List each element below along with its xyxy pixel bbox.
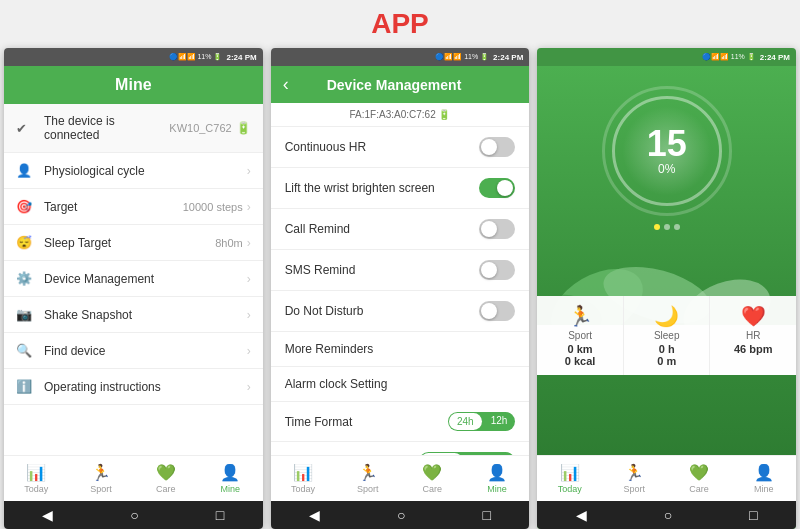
- nav-mine-2[interactable]: 👤 Mine: [465, 456, 530, 501]
- stats-row: 🏃 Sport 0 km 0 kcal 🌙 Sleep 0 h 0 m ❤️ H…: [537, 296, 796, 375]
- shake-label: Shake Snapshot: [44, 308, 247, 322]
- mine-icon-1: 👤: [220, 463, 240, 482]
- sms-remind-toggle[interactable]: [479, 260, 515, 280]
- physiological-cycle-item[interactable]: 👤 Physiological cycle ›: [4, 153, 263, 189]
- today-icon-1: 📊: [26, 463, 46, 482]
- mine-list: ✔ The device is connected KW10_C762 🔋 👤 …: [4, 104, 263, 455]
- call-remind-toggle[interactable]: [479, 219, 515, 239]
- connected-device: KW10_C762: [169, 122, 231, 134]
- nav-today-3[interactable]: 📊 Today: [537, 456, 602, 501]
- time-format-24h[interactable]: 24h: [449, 413, 482, 430]
- recent-btn-1[interactable]: □: [216, 507, 224, 523]
- connected-label: The device is connected: [44, 114, 169, 142]
- bottom-nav-1: 📊 Today 🏃 Sport 💚 Care 👤 Mine: [4, 455, 263, 501]
- back-btn-3[interactable]: ◀: [576, 507, 587, 523]
- sleep-target-label: Sleep Target: [44, 236, 215, 250]
- dot-3: [674, 224, 680, 230]
- back-btn-2[interactable]: ◀: [309, 507, 320, 523]
- find-device-item[interactable]: 🔍 Find device ›: [4, 333, 263, 369]
- hr-stat-name: HR: [714, 330, 792, 341]
- back-button[interactable]: ‹: [283, 74, 289, 95]
- home-btn-3[interactable]: ○: [664, 507, 672, 523]
- time-format-item: Time Format 24h 12h: [271, 402, 530, 442]
- progress-circle: 15 0%: [602, 86, 732, 216]
- device-mgmt-title: Device Management: [297, 77, 492, 93]
- more-reminders-item[interactable]: More Reminders: [271, 332, 530, 367]
- call-remind-item: Call Remind: [271, 209, 530, 250]
- home-btn-2[interactable]: ○: [397, 507, 405, 523]
- device-management-item[interactable]: ⚙️ Device Management ›: [4, 261, 263, 297]
- nav-mine-1[interactable]: 👤 Mine: [198, 456, 263, 501]
- phone-mine: 🔵📶📶 11% 🔋 2:24 PM Mine ✔ The device is c…: [4, 48, 263, 529]
- device-mgmt-label: Device Management: [44, 272, 247, 286]
- nav-care-1[interactable]: 💚 Care: [133, 456, 198, 501]
- target-label: Target: [44, 200, 183, 214]
- sms-remind-label: SMS Remind: [285, 263, 480, 277]
- nav-sport-2[interactable]: 🏃 Sport: [335, 456, 400, 501]
- shake-icon: 📷: [16, 307, 36, 322]
- phone-dashboard: 🔵📶📶 11% 🔋 2:24 PM 15 0%: [537, 48, 796, 529]
- sport-km: 0 km: [541, 343, 619, 355]
- continuous-hr-toggle[interactable]: [479, 137, 515, 157]
- today-icon-2: 📊: [293, 463, 313, 482]
- continuous-hr-item: Continuous HR: [271, 127, 530, 168]
- care-label-2: Care: [423, 484, 443, 494]
- target-icon: 🎯: [16, 199, 36, 214]
- do-not-disturb-label: Do Not Disturb: [285, 304, 480, 318]
- bottom-nav-2: 📊 Today 🏃 Sport 💚 Care 👤 Mine: [271, 455, 530, 501]
- time-format-group: 24h 12h: [448, 412, 515, 431]
- shake-snapshot-item[interactable]: 📷 Shake Snapshot ›: [4, 297, 263, 333]
- nav-sport-1[interactable]: 🏃 Sport: [69, 456, 134, 501]
- circle-inner: 15 0%: [647, 126, 687, 176]
- stat-sport: 🏃 Sport 0 km 0 kcal: [537, 296, 624, 375]
- care-icon-3: 💚: [689, 463, 709, 482]
- operating-item[interactable]: ℹ️ Operating instructions ›: [4, 369, 263, 405]
- dot-2: [664, 224, 670, 230]
- lift-wrist-label: Lift the wrist brighten screen: [285, 181, 480, 195]
- mine-label-2: Mine: [487, 484, 507, 494]
- nav-care-3[interactable]: 💚 Care: [667, 456, 732, 501]
- sleep-target-value: 8h0m: [215, 237, 243, 249]
- chevron-icon-3: ›: [247, 236, 251, 250]
- nav-today-2[interactable]: 📊 Today: [271, 456, 336, 501]
- recent-btn-2[interactable]: □: [482, 507, 490, 523]
- recent-btn-3[interactable]: □: [749, 507, 757, 523]
- chevron-icon-6: ›: [247, 344, 251, 358]
- sleep-m: 0 m: [628, 355, 706, 367]
- physiological-label: Physiological cycle: [44, 164, 247, 178]
- bottom-nav-3: 📊 Today 🏃 Sport 💚 Care 👤 Mine: [537, 455, 796, 501]
- time-format-12h[interactable]: 12h: [483, 412, 516, 431]
- nav-care-2[interactable]: 💚 Care: [400, 456, 465, 501]
- today-label-3: Today: [558, 484, 582, 494]
- connected-item: ✔ The device is connected KW10_C762 🔋: [4, 104, 263, 153]
- stat-hr: ❤️ HR 46 bpm: [710, 296, 796, 375]
- mine-icon-3: 👤: [754, 463, 774, 482]
- chevron-icon-1: ›: [247, 164, 251, 178]
- home-btn-1[interactable]: ○: [130, 507, 138, 523]
- chevron-icon-5: ›: [247, 308, 251, 322]
- alarm-clock-item[interactable]: Alarm clock Setting: [271, 367, 530, 402]
- sleep-target-item[interactable]: 😴 Sleep Target 8h0m ›: [4, 225, 263, 261]
- operating-icon: ℹ️: [16, 379, 36, 394]
- sys-nav-3: ◀ ○ □: [537, 501, 796, 529]
- back-btn-1[interactable]: ◀: [42, 507, 53, 523]
- connected-icon: ✔: [16, 121, 36, 136]
- stat-sleep: 🌙 Sleep 0 h 0 m: [624, 296, 711, 375]
- nav-today-1[interactable]: 📊 Today: [4, 456, 69, 501]
- nav-sport-3[interactable]: 🏃 Sport: [602, 456, 667, 501]
- nav-mine-3[interactable]: 👤 Mine: [731, 456, 796, 501]
- lift-wrist-toggle[interactable]: [479, 178, 515, 198]
- sport-label-1: Sport: [90, 484, 112, 494]
- sleep-stat-name: Sleep: [628, 330, 706, 341]
- sys-nav-1: ◀ ○ □: [4, 501, 263, 529]
- find-label: Find device: [44, 344, 247, 358]
- chevron-icon-2: ›: [247, 200, 251, 214]
- today-icon-3: 📊: [560, 463, 580, 482]
- today-label-1: Today: [24, 484, 48, 494]
- dot-1: [654, 224, 660, 230]
- time-3: 2:24 PM: [760, 53, 790, 62]
- care-icon-1: 💚: [156, 463, 176, 482]
- do-not-disturb-toggle[interactable]: [479, 301, 515, 321]
- app-title: APP: [0, 8, 800, 40]
- target-item[interactable]: 🎯 Target 10000 steps ›: [4, 189, 263, 225]
